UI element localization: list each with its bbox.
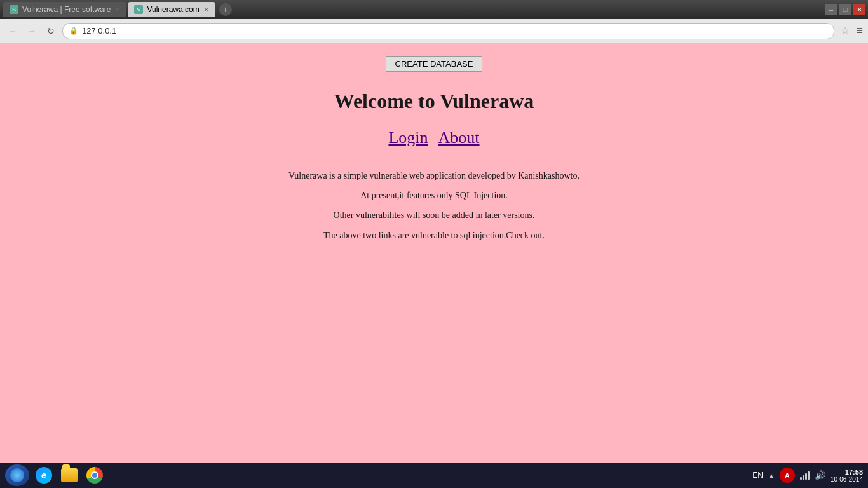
taskbar: e EN ▲ A 🔊 17:58 10-06-2014 <box>0 463 868 488</box>
url-bar[interactable]: 🔒 127.0.0.1 <box>62 23 834 39</box>
nav-links: Login About <box>388 128 479 147</box>
tab-2-label: Vulnerawa.com <box>147 5 199 14</box>
new-tab-button[interactable]: + <box>219 3 232 16</box>
taskbar-right: EN ▲ A 🔊 17:58 10-06-2014 <box>752 468 863 483</box>
speaker-icon[interactable]: 🔊 <box>815 470 825 480</box>
tab-1-label: Vulnerawa | Free software <box>22 5 111 14</box>
create-database-button[interactable]: CREATE DATABASE <box>386 56 483 72</box>
page-description: Vulnerawa is a simple vulnerable web app… <box>288 168 580 247</box>
clock: 17:58 10-06-2014 <box>831 468 863 483</box>
title-bar: S Vulnerawa | Free software ✕ V Vulneraw… <box>0 0 868 19</box>
minimize-button[interactable]: – <box>825 4 837 15</box>
page-title: Welcome to Vulnerawa <box>334 90 534 113</box>
bar-2 <box>803 475 804 480</box>
back-button[interactable]: ← <box>5 24 20 39</box>
bookmark-button[interactable]: ☆ <box>841 25 850 37</box>
chrome-icon <box>86 467 103 484</box>
desc-line-1: Vulnerawa is a simple vulnerable web app… <box>288 168 580 184</box>
window-controls: – □ ✕ <box>825 4 865 15</box>
address-bar: ← → ↻ 🔒 127.0.0.1 ☆ ≡ <box>0 19 868 43</box>
about-link[interactable]: About <box>438 128 480 147</box>
tab-1-icon: S <box>10 5 18 14</box>
explorer-icon <box>61 468 78 482</box>
clock-time: 17:58 <box>831 468 863 476</box>
url-text: 127.0.0.1 <box>82 26 116 36</box>
tray-expand-icon[interactable]: ▲ <box>768 472 775 479</box>
tab-2[interactable]: V Vulnerawa.com ✕ <box>128 2 215 17</box>
taskbar-ie[interactable]: e <box>33 465 55 485</box>
login-link[interactable]: Login <box>388 128 428 147</box>
forward-button[interactable]: → <box>24 24 39 39</box>
bar-4 <box>808 471 810 480</box>
close-button[interactable]: ✕ <box>853 4 865 15</box>
tabs-container: S Vulnerawa | Free software ✕ V Vulneraw… <box>3 2 232 17</box>
start-icon <box>10 468 24 482</box>
bar-1 <box>800 477 802 480</box>
start-button[interactable] <box>5 464 29 486</box>
language-indicator: EN <box>752 471 763 480</box>
tab-2-close[interactable]: ✕ <box>203 6 209 14</box>
taskbar-left: e <box>5 464 105 486</box>
chrome-inner <box>91 471 98 479</box>
clock-date: 10-06-2014 <box>831 476 863 483</box>
tab-1[interactable]: S Vulnerawa | Free software ✕ <box>3 2 126 17</box>
ie-icon: e <box>36 467 52 484</box>
desc-line-2: At present,it features only SQL Injectio… <box>288 187 580 203</box>
signal-bars <box>800 471 810 480</box>
maximize-button[interactable]: □ <box>839 4 851 15</box>
menu-button[interactable]: ≡ <box>856 24 863 37</box>
desc-line-4: The above two links are vulnerable to sq… <box>288 227 580 243</box>
desc-line-3: Other vulnerabilites will soon be added … <box>288 207 580 223</box>
tab-2-icon: V <box>134 5 143 14</box>
taskbar-chrome[interactable] <box>84 465 105 485</box>
refresh-button[interactable]: ↻ <box>43 24 58 39</box>
url-icon: 🔒 <box>69 27 78 35</box>
antivirus-icon: A <box>780 468 795 483</box>
bar-3 <box>805 473 807 480</box>
taskbar-explorer[interactable] <box>58 465 80 485</box>
tab-1-close[interactable]: ✕ <box>114 6 120 14</box>
page-content: CREATE DATABASE Welcome to Vulnerawa Log… <box>0 43 868 463</box>
